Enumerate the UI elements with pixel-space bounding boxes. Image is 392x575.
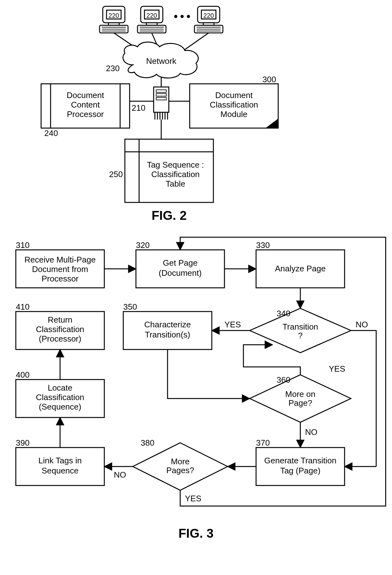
n320-ref: 320: [136, 240, 150, 250]
n390-l2: Sequence: [41, 466, 78, 475]
table-line3: Table: [166, 179, 185, 189]
module-line1: Document: [215, 90, 253, 100]
n370-l2: Tag (Page): [280, 466, 320, 475]
processor-ref: 240: [44, 128, 58, 138]
client-computer-icon: 220: [100, 6, 128, 33]
node-310: 310 Receive Multi-Page Document from Pro…: [16, 240, 104, 288]
n320-l2: (Document): [159, 268, 202, 278]
n410-l2: Classification: [36, 325, 84, 334]
fig2-diagram: 220 220 220: [41, 6, 278, 222]
n310-ref: 310: [16, 240, 29, 250]
n360-l1: More on: [285, 389, 315, 399]
n330-ref: 330: [256, 240, 270, 250]
n370-l1: Generate Transition: [264, 456, 336, 465]
network-ref: 230: [106, 64, 119, 73]
svg-line-23: [183, 33, 209, 51]
n310-l2: Document from: [32, 264, 88, 274]
processor-line2: Content: [71, 100, 100, 109]
module-ref: 300: [262, 75, 276, 84]
node-340: 340 Transition ?: [250, 308, 351, 353]
document-classification-module-node: Document Classification Module 300: [190, 75, 278, 128]
n330-l1: Analyze Page: [275, 264, 326, 273]
n350-l2: Transition(s): [145, 330, 190, 339]
n360-ref: 360: [277, 375, 290, 385]
n380-l2: Pages?: [166, 466, 194, 475]
fig3-diagram: 310 Receive Multi-Page Document from Pro…: [16, 237, 386, 540]
n390-ref: 390: [16, 438, 29, 448]
module-line2: Classification: [210, 100, 258, 109]
network-cloud-icon: Network: [123, 42, 198, 78]
n350-ref: 350: [123, 302, 137, 312]
client-computer-icon: 220: [194, 6, 223, 33]
n340-ref: 340: [277, 309, 290, 318]
label-no-340: NO: [356, 320, 368, 329]
n360-l2: Page?: [288, 398, 312, 408]
n350-l1: Characterize: [144, 320, 191, 329]
client-computer-icon: 220: [138, 6, 166, 33]
n340-l2: ?: [298, 331, 303, 340]
server-tower-icon: 210: [132, 87, 169, 120]
processor-line1: Document: [67, 90, 104, 100]
label-yes-340: YES: [224, 320, 241, 329]
n310-l1: Receive Multi-Page: [24, 255, 95, 264]
n390-l1: Link Tags in: [39, 456, 82, 465]
module-line3: Module: [220, 109, 247, 119]
n400-ref: 400: [16, 370, 29, 380]
n370-ref: 370: [256, 438, 270, 448]
node-360: 360 More on Page?: [250, 375, 351, 422]
svg-rect-28: [156, 97, 166, 100]
svg-rect-27: [156, 94, 166, 96]
n320-l1: Get Page: [163, 258, 198, 268]
svg-rect-26: [156, 90, 166, 92]
node-330: 330 Analyze Page: [256, 240, 345, 288]
fig3-title: FIG. 3: [178, 526, 213, 540]
n410-l3: (Processor): [39, 334, 81, 343]
label-no-360: NO: [305, 427, 317, 437]
fig2-title: FIG. 2: [151, 208, 187, 222]
n400-l1: Locate: [48, 383, 72, 393]
ellipsis-icon: [174, 15, 177, 18]
node-350: 350 Characterize Transition(s): [123, 302, 212, 349]
n380-ref: 380: [141, 438, 154, 448]
label-no-380: NO: [114, 470, 126, 479]
n400-l2: Classification: [36, 393, 84, 402]
label-yes-360: YES: [329, 364, 345, 374]
ellipsis-icon: [181, 15, 184, 18]
n340-l1: Transition: [282, 322, 318, 331]
ellipsis-icon: [187, 15, 190, 18]
server-ref: 210: [132, 103, 145, 113]
n310-l3: Processor: [41, 274, 78, 283]
n400-l3: (Sequence): [39, 402, 81, 411]
client-ref-2: 220: [146, 12, 157, 19]
label-yes-380: YES: [185, 494, 201, 503]
network-label: Network: [146, 56, 176, 66]
table-line2: Classification: [151, 170, 199, 179]
client-ref-1: 220: [108, 12, 119, 19]
n380-l1: More: [171, 457, 189, 466]
node-380: 380 More Pages?: [133, 438, 228, 490]
n410-l1: Return: [48, 315, 72, 325]
n410-ref: 410: [16, 302, 29, 312]
table-line1: Tag Sequence :: [147, 160, 204, 170]
classification-table-node: Tag Sequence : Classification Table 250: [109, 139, 213, 202]
processor-line3: Processor: [67, 109, 104, 119]
table-ref: 250: [109, 170, 123, 179]
node-410: 410 Return Classification (Processor): [16, 302, 104, 349]
document-content-processor-node: Document Content Processor 240: [41, 84, 130, 138]
client-ref-3: 220: [203, 12, 214, 19]
